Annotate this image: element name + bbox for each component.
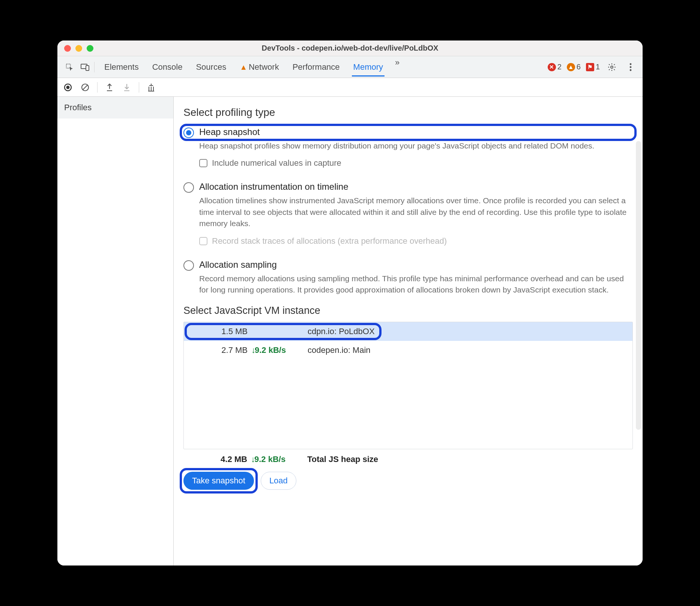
warning-icon: ▲ xyxy=(240,63,247,71)
total-rate: ↓9.2 kB/s xyxy=(251,454,303,464)
tab-elements[interactable]: Elements xyxy=(103,58,140,76)
tab-network-label: Network xyxy=(249,62,279,72)
error-icon: ✕ xyxy=(548,63,556,71)
option-desc: Record memory allocations using sampling… xyxy=(199,273,633,296)
vm-name: codepen.io: Main xyxy=(308,345,625,355)
zoom-window-button[interactable] xyxy=(87,45,93,52)
error-count-badge[interactable]: ✕ 2 xyxy=(548,63,562,71)
warning-count: 6 xyxy=(577,63,581,71)
kebab-menu-icon[interactable] xyxy=(624,60,637,74)
error-count: 2 xyxy=(557,63,562,71)
warning-count-badge[interactable]: ▲ 6 xyxy=(567,63,581,71)
minimize-window-button[interactable] xyxy=(75,45,82,52)
include-numerical-checkbox[interactable]: Include numerical values in capture xyxy=(199,158,633,168)
vm-rate xyxy=(251,327,304,336)
svg-rect-2 xyxy=(86,66,89,70)
option-desc: Allocation timelines show instrumented J… xyxy=(199,195,633,229)
sidebar-item-profiles[interactable]: Profiles xyxy=(57,97,173,118)
separator xyxy=(139,82,139,93)
collect-garbage-icon[interactable] xyxy=(146,82,156,93)
option-title: Allocation instrumentation on timeline xyxy=(199,182,633,192)
take-snapshot-button[interactable]: Take snapshot xyxy=(183,472,254,490)
window-title: DevTools - codepen.io/web-dot-dev/live/P… xyxy=(57,44,643,52)
radio-heap[interactable] xyxy=(183,128,194,138)
tab-performance[interactable]: Performance xyxy=(291,58,341,76)
checkbox-icon xyxy=(199,237,207,245)
option-title: Allocation sampling xyxy=(199,260,633,270)
memory-toolbar xyxy=(57,78,643,97)
vm-size: 1.5 MB xyxy=(191,327,248,336)
svg-point-4 xyxy=(630,63,632,65)
checkbox-label: Include numerical values in capture xyxy=(212,158,341,168)
scrollbar[interactable] xyxy=(636,141,641,430)
svg-point-6 xyxy=(630,69,632,71)
devtools-window: DevTools - codepen.io/web-dot-dev/live/P… xyxy=(57,40,643,566)
tab-sources[interactable]: Sources xyxy=(194,58,228,76)
tab-console[interactable]: Console xyxy=(151,58,184,76)
vm-rate: ↓9.2 kB/s xyxy=(251,345,304,355)
record-stack-traces-checkbox: Record stack traces of allocations (extr… xyxy=(199,236,633,246)
radio-alloc-sampling[interactable] xyxy=(183,260,194,271)
window-controls xyxy=(64,45,93,52)
export-icon[interactable] xyxy=(104,82,115,93)
profiling-option-heap[interactable]: Heap snapshot Heap snapshot profiles sho… xyxy=(183,124,633,152)
inspect-element-icon[interactable] xyxy=(63,60,76,74)
vm-size: 2.7 MB xyxy=(191,345,248,355)
vm-heading: Select JavaScript VM instance xyxy=(183,305,633,316)
close-window-button[interactable] xyxy=(64,45,71,52)
issues-count: 1 xyxy=(596,63,600,71)
radio-alloc-timeline[interactable] xyxy=(183,182,194,193)
action-buttons: Take snapshot Load xyxy=(183,472,633,490)
issues-icon: ⚑ xyxy=(586,63,594,71)
checkbox-icon xyxy=(199,159,207,167)
sidebar: Profiles xyxy=(57,97,174,566)
option-desc: Heap snapshot profiles show memory distr… xyxy=(199,140,633,152)
vm-totals: 4.2 MB ↓9.2 kB/s Total JS heap size xyxy=(183,449,633,471)
profiling-option-alloc-sampling[interactable]: Allocation sampling Record memory alloca… xyxy=(183,256,633,297)
separator xyxy=(94,62,95,72)
panel-tabs: Elements Console Sources ▲Network Perfor… xyxy=(103,58,400,76)
svg-point-3 xyxy=(611,66,613,68)
vm-row[interactable]: 1.5 MB cdpn.io: PoLdbOX xyxy=(184,322,632,341)
checkbox-label: Record stack traces of allocations (extr… xyxy=(212,236,447,246)
warning-icon: ▲ xyxy=(567,63,575,71)
device-toolbar-icon[interactable] xyxy=(78,60,92,74)
profiling-option-alloc-timeline[interactable]: Allocation instrumentation on timeline A… xyxy=(183,178,633,230)
titlebar: DevTools - codepen.io/web-dot-dev/live/P… xyxy=(57,40,643,56)
svg-line-10 xyxy=(83,85,87,90)
vm-name: cdpn.io: PoLdbOX xyxy=(308,327,625,336)
tab-network[interactable]: ▲Network xyxy=(238,58,280,76)
svg-point-8 xyxy=(66,86,70,89)
vm-instance-list: 1.5 MB cdpn.io: PoLdbOX 2.7 MB ↓9.2 kB/s… xyxy=(183,322,633,449)
issues-badge[interactable]: ⚑ 1 xyxy=(586,63,600,71)
more-tabs-icon[interactable]: » xyxy=(395,58,400,76)
svg-point-5 xyxy=(630,66,632,68)
load-button[interactable]: Load xyxy=(261,472,296,490)
total-size: 4.2 MB xyxy=(191,454,247,464)
total-label: Total JS heap size xyxy=(307,454,625,464)
separator xyxy=(97,82,98,93)
settings-icon[interactable] xyxy=(605,60,619,74)
record-icon[interactable] xyxy=(63,82,73,93)
panel-tabstrip: Elements Console Sources ▲Network Perfor… xyxy=(57,56,643,78)
main-panel: Select profiling type Heap snapshot Heap… xyxy=(174,97,643,566)
option-title: Heap snapshot xyxy=(199,127,633,137)
vm-row[interactable]: 2.7 MB ↓9.2 kB/s codepen.io: Main xyxy=(184,341,632,360)
clear-icon[interactable] xyxy=(80,82,90,93)
tab-memory[interactable]: Memory xyxy=(352,58,385,76)
profiling-heading: Select profiling type xyxy=(183,106,633,118)
import-icon[interactable] xyxy=(122,82,132,93)
